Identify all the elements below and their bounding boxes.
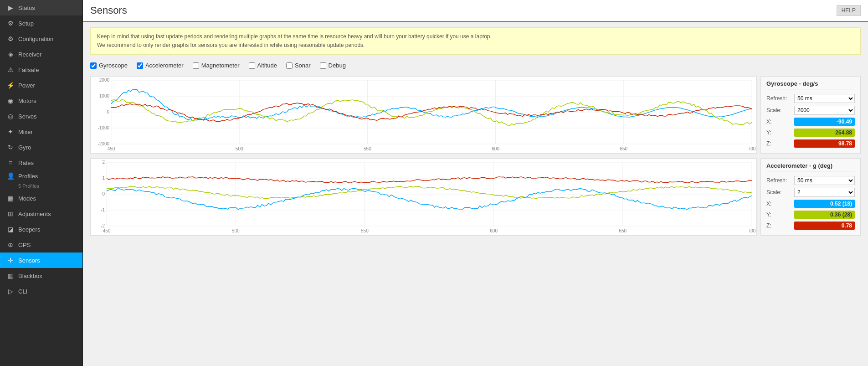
rates-icon: ≡ xyxy=(6,159,15,166)
checkbox-altitude[interactable]: Altitude xyxy=(249,62,277,69)
config-icon: ⚙ xyxy=(6,35,15,42)
sidebar-item-adjustments[interactable]: ⊞ Adjustments xyxy=(0,206,82,222)
profiles-sublabel: 5 Profiles xyxy=(6,183,39,189)
z-label: Z: xyxy=(766,140,791,147)
gyroscope-x-row: X: -90.49 xyxy=(766,118,855,126)
checkbox-magnetometer[interactable]: Magnetometer xyxy=(193,62,240,69)
checkbox-gyroscope[interactable]: Gyroscope xyxy=(90,62,128,69)
debug-checkbox[interactable] xyxy=(320,62,326,69)
accelerometer-refresh-select[interactable]: 50 ms 100 ms 200 ms xyxy=(794,176,855,185)
gyroscope-refresh-row: Refresh: 50 ms 100 ms 200 ms xyxy=(766,94,855,103)
accelerometer-x-row: X: 0.52 (18) xyxy=(766,200,855,208)
sidebar-item-failsafe[interactable]: ⚠ Failsafe xyxy=(0,62,82,77)
gps-icon: ⊕ xyxy=(6,241,15,248)
sidebar-item-label: Modes xyxy=(18,195,36,202)
gyroscope-chart-row: Gyroscope - deg/s Refresh: 50 ms 100 ms … xyxy=(90,76,861,154)
sidebar-item-profiles[interactable]: 👤 Profiles 5 Profiles xyxy=(0,170,82,191)
sidebar-item-label: Rates xyxy=(18,160,34,166)
sonar-checkbox[interactable] xyxy=(286,62,293,69)
gyroscope-label: Gyroscope xyxy=(99,62,128,69)
altitude-checkbox[interactable] xyxy=(249,62,255,69)
debug-label: Debug xyxy=(329,62,346,69)
sensor-checkboxes: Gyroscope Accelerometer Magnetometer Alt… xyxy=(90,59,861,72)
x-label: X: xyxy=(766,201,791,207)
sidebar-item-gyro[interactable]: ↻ Gyro xyxy=(0,139,82,155)
gyroscope-y-row: Y: 264.88 xyxy=(766,129,855,137)
gyroscope-chart-wrapper xyxy=(90,76,757,154)
gyroscope-scale-select[interactable]: 500 1000 2000 5000 xyxy=(794,106,855,115)
help-button[interactable]: HELP xyxy=(837,5,861,16)
accelerometer-checkbox[interactable] xyxy=(137,62,143,69)
sidebar-item-label: Failsafe xyxy=(18,67,39,73)
sidebar-item-label: Gyro xyxy=(18,144,31,151)
sidebar-item-mixer[interactable]: ✦ Mixer xyxy=(0,124,82,139)
refresh-label: Refresh: xyxy=(766,177,791,184)
mixer-icon: ✦ xyxy=(6,128,15,135)
accelerometer-chart-wrapper xyxy=(90,158,757,236)
sidebar-item-motors[interactable]: ◉ Motors xyxy=(0,93,82,108)
sidebar-item-servos[interactable]: ◎ Servos xyxy=(0,108,82,124)
accelerometer-scale-row: Scale: 1 2 4 8 xyxy=(766,188,855,197)
sidebar-item-status[interactable]: ▶ Status xyxy=(0,0,82,15)
sidebar-item-label: Adjustments xyxy=(18,211,51,217)
sidebar-item-configuration[interactable]: ⚙ Configuration xyxy=(0,31,82,46)
sidebar-item-label: CLI xyxy=(18,288,27,295)
sidebar-item-setup[interactable]: ⚙ Setup xyxy=(0,15,82,31)
gyroscope-panel: Gyroscope - deg/s Refresh: 50 ms 100 ms … xyxy=(760,76,861,154)
gyroscope-scale-row: Scale: 500 1000 2000 5000 xyxy=(766,106,855,115)
accelerometer-chart-row: Accelerometer - g (deg) Refresh: 50 ms 1… xyxy=(90,158,861,236)
sidebar: ▶ Status ⚙ Setup ⚙ Configuration ◈ Recei… xyxy=(0,0,83,366)
charts-container: Gyroscope - deg/s Refresh: 50 ms 100 ms … xyxy=(90,76,861,236)
accelerometer-x-value: 0.52 (18) xyxy=(794,200,855,208)
checkbox-sonar[interactable]: Sonar xyxy=(286,62,311,69)
gyroscope-panel-title: Gyroscope - deg/s xyxy=(766,80,855,89)
sidebar-item-label: Power xyxy=(18,82,35,89)
accelerometer-z-row: Z: 0.78 xyxy=(766,222,855,230)
magnetometer-label: Magnetometer xyxy=(201,62,240,69)
warning-line2: We recommend to only render graphs for s… xyxy=(97,41,854,50)
refresh-label: Refresh: xyxy=(766,95,791,102)
page-header: Sensors HELP xyxy=(83,0,868,22)
checkbox-debug[interactable]: Debug xyxy=(320,62,346,69)
sidebar-item-modes[interactable]: ▦ Modes xyxy=(0,191,82,206)
sidebar-item-beepers[interactable]: ◪ Beepers xyxy=(0,222,82,237)
sidebar-item-label: GPS xyxy=(18,242,31,248)
checkbox-accelerometer[interactable]: Accelerometer xyxy=(137,62,184,69)
sidebar-item-label: Servos xyxy=(18,113,36,120)
scale-label: Scale: xyxy=(766,189,791,196)
accelerometer-panel-title: Accelerometer - g (deg) xyxy=(766,162,855,171)
setup-icon: ⚙ xyxy=(6,20,15,27)
accelerometer-y-value: 0.36 (28) xyxy=(794,211,855,219)
sidebar-item-label: Blackbox xyxy=(18,273,42,279)
sidebar-item-label: Sensors xyxy=(18,257,40,264)
warning-line1: Keep in mind that using fast update peri… xyxy=(97,32,854,41)
accelerometer-z-value: 0.78 xyxy=(794,222,855,230)
gyroscope-z-row: Z: 98.78 xyxy=(766,139,855,148)
accelerometer-label: Accelerometer xyxy=(145,62,184,69)
gyroscope-z-value: 98.78 xyxy=(794,139,855,148)
gyroscope-refresh-select[interactable]: 50 ms 100 ms 200 ms xyxy=(794,94,855,103)
sidebar-item-rates[interactable]: ≡ Rates xyxy=(0,155,82,170)
blackbox-icon: ▦ xyxy=(6,272,15,279)
power-icon: ⚡ xyxy=(6,82,15,89)
sidebar-item-power[interactable]: ⚡ Power xyxy=(0,77,82,93)
sensors-icon: ✛ xyxy=(6,257,15,264)
gyroscope-checkbox[interactable] xyxy=(90,62,97,69)
accelerometer-scale-select[interactable]: 1 2 4 8 xyxy=(794,188,855,197)
sidebar-item-receiver[interactable]: ◈ Receiver xyxy=(0,46,82,62)
cli-icon: ▷ xyxy=(6,288,15,295)
sidebar-item-label: Receiver xyxy=(18,51,41,58)
status-icon: ▶ xyxy=(6,4,15,11)
sidebar-item-sensors[interactable]: ✛ Sensors xyxy=(0,253,82,268)
accelerometer-canvas xyxy=(91,159,756,235)
sidebar-item-blackbox[interactable]: ▦ Blackbox xyxy=(0,268,82,284)
beepers-icon: ◪ xyxy=(6,226,15,233)
sidebar-item-gps[interactable]: ⊕ GPS xyxy=(0,237,82,253)
sidebar-item-label: Configuration xyxy=(18,36,53,42)
sidebar-item-cli[interactable]: ▷ CLI xyxy=(0,284,82,299)
magnetometer-checkbox[interactable] xyxy=(193,62,199,69)
gyroscope-y-value: 264.88 xyxy=(794,129,855,137)
altitude-label: Altitude xyxy=(257,62,277,69)
x-label: X: xyxy=(766,119,791,125)
receiver-icon: ◈ xyxy=(6,51,15,58)
